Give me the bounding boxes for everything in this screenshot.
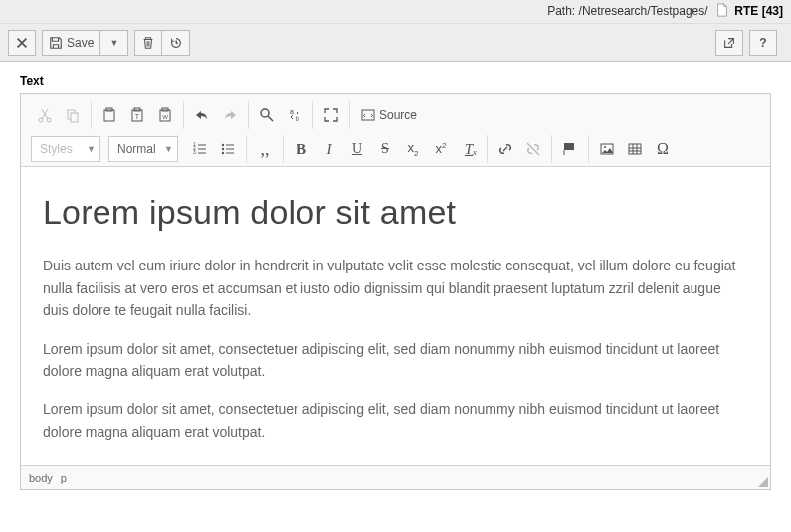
paste-text-button[interactable]: T <box>123 101 151 129</box>
paste-word-button[interactable]: W <box>151 101 179 129</box>
subscript-button[interactable]: x2 <box>399 135 427 163</box>
content-paragraph[interactable]: Lorem ipsum dolor sit amet, consectetuer… <box>43 338 748 383</box>
svg-point-1 <box>47 118 51 122</box>
svg-point-20 <box>222 148 224 150</box>
strike-button[interactable]: S <box>371 135 399 163</box>
content-paragraph[interactable]: Lorem ipsum dolor sit amet, consectetuer… <box>43 398 748 443</box>
section-label: Text <box>20 74 771 88</box>
copy-button[interactable] <box>59 101 87 129</box>
svg-point-21 <box>222 152 224 154</box>
specialchar-button[interactable]: Ω <box>649 135 677 163</box>
chevron-down-icon: ▼ <box>87 144 96 154</box>
open-new-window-button[interactable] <box>715 30 743 56</box>
redo-button[interactable] <box>216 101 244 129</box>
content-paragraph[interactable]: Duis autem vel eum iriure dolor in hendr… <box>43 255 748 321</box>
anchor-button[interactable] <box>556 135 584 163</box>
image-button[interactable] <box>593 135 621 163</box>
cut-button[interactable] <box>31 101 59 129</box>
format-combo[interactable]: Normal▼ <box>108 136 178 162</box>
help-icon: ? <box>759 36 766 50</box>
rte-editor: T W ab Source <box>20 93 771 490</box>
replace-button[interactable]: ab <box>281 101 308 129</box>
italic-button[interactable]: I <box>315 135 343 163</box>
styles-combo[interactable]: Styles▼ <box>31 136 100 162</box>
save-button-label: Save <box>67 36 94 50</box>
chevron-down-icon: ▼ <box>164 144 173 154</box>
table-button[interactable] <box>621 135 649 163</box>
help-button[interactable]: ? <box>749 30 777 56</box>
chevron-down-icon: ▼ <box>109 38 118 48</box>
svg-point-12 <box>261 109 269 117</box>
link-button[interactable] <box>492 135 519 163</box>
editor-footer: body p <box>21 465 770 489</box>
source-button-label: Source <box>379 108 417 122</box>
element-path-p[interactable]: p <box>61 472 67 484</box>
undo-button[interactable] <box>188 101 216 129</box>
bulleted-list-button[interactable] <box>214 135 242 163</box>
remove-format-button[interactable]: Tx <box>455 135 483 163</box>
document-icon <box>715 3 729 20</box>
numbered-list-button[interactable]: 123 <box>186 135 214 163</box>
svg-point-0 <box>39 118 43 122</box>
find-button[interactable] <box>253 101 281 129</box>
unlink-button[interactable] <box>519 135 547 163</box>
svg-text:b: b <box>296 115 299 122</box>
save-button[interactable]: Save <box>42 30 100 56</box>
svg-rect-4 <box>104 110 114 121</box>
maximize-button[interactable] <box>317 101 345 129</box>
svg-rect-22 <box>564 143 574 150</box>
svg-text:3: 3 <box>193 149 196 155</box>
svg-text:W: W <box>162 114 168 120</box>
save-dropdown-button[interactable]: ▼ <box>100 30 128 56</box>
close-button[interactable] <box>8 30 36 56</box>
history-button[interactable] <box>162 30 190 56</box>
underline-button[interactable]: U <box>343 135 371 163</box>
svg-rect-3 <box>71 113 78 122</box>
element-path-body[interactable]: body <box>29 472 53 484</box>
content-heading[interactable]: Lorem ipsum dolor sit amet <box>43 185 748 239</box>
svg-text:T: T <box>135 113 140 120</box>
svg-point-24 <box>604 146 606 148</box>
source-button[interactable]: Source <box>354 101 423 129</box>
module-toolbar: Save ▼ ? <box>0 24 791 62</box>
editor-content-area[interactable]: Lorem ipsum dolor sit amet Duis autem ve… <box>21 167 770 465</box>
svg-point-19 <box>222 144 224 146</box>
superscript-button[interactable]: x2 <box>427 135 455 163</box>
page-title: RTE [43] <box>734 4 783 18</box>
path-value: /Netresearch/Testpages/ <box>579 4 708 18</box>
bold-button[interactable]: B <box>288 135 315 163</box>
delete-button[interactable] <box>134 30 162 56</box>
paste-button[interactable] <box>96 101 123 129</box>
header-path-bar: Path: /Netresearch/Testpages/ RTE [43] <box>0 0 791 24</box>
path-label: Path: <box>547 4 575 18</box>
svg-rect-25 <box>629 144 641 154</box>
resize-handle[interactable] <box>758 477 768 487</box>
blockquote-button[interactable]: ,, <box>251 135 279 163</box>
svg-text:a: a <box>290 108 294 115</box>
